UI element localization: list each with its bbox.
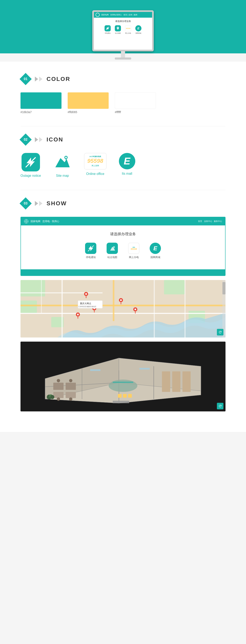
show-section-badge: 03 bbox=[20, 198, 31, 208]
kiosk-online-icon-box: 95598 bbox=[125, 25, 131, 32]
show-sitemap-icon bbox=[109, 245, 116, 252]
show-card-header: 国家电网 您用电 · 我用心 首页 业务中心 服务中心 bbox=[21, 217, 225, 226]
kiosk-mall-icon-item: E 国网商城 bbox=[135, 25, 141, 34]
color-label-white: #ffffff bbox=[115, 110, 156, 114]
floorplan-reset-button[interactable] bbox=[217, 403, 224, 409]
kiosk-online-number: 95598 bbox=[126, 28, 130, 29]
online-office-badge-top: 24小时服务热线 bbox=[89, 156, 101, 158]
kiosk-mall-label: 国网商城 bbox=[136, 32, 141, 34]
color-section-title: COLOR bbox=[46, 76, 70, 82]
kiosk-outage-label: 停电通知 bbox=[105, 32, 110, 34]
show-section-title: SHOW bbox=[46, 200, 67, 207]
kiosk-screen: 国家电网 您用电·我用心 首页 | 业务 | 服务 请选择办理业务 停电通知 bbox=[92, 10, 154, 51]
svg-rect-25 bbox=[164, 280, 185, 294]
show-online-icon-box: 24h 95598 bbox=[128, 243, 139, 254]
map-section: 重庆大网点 江津市区区领新区领先区 bbox=[20, 280, 226, 338]
show-outage-icon-box bbox=[85, 243, 96, 254]
show-outage-icon bbox=[87, 245, 94, 252]
online-office-icon-item: 24小时服务热线 95598 网上国网 Online office bbox=[84, 153, 107, 176]
color-section-arrow-group bbox=[35, 76, 42, 82]
mall-icon-box: E bbox=[119, 153, 135, 169]
svg-rect-65 bbox=[172, 371, 180, 392]
icon-section: 02 ICON Outage notice bbox=[20, 134, 226, 178]
svg-rect-78 bbox=[90, 369, 100, 371]
svg-rect-74 bbox=[118, 394, 122, 398]
kiosk-mall-icon-box: E bbox=[135, 25, 141, 32]
svg-point-43 bbox=[77, 314, 79, 315]
color-section-header: 01 COLOR bbox=[20, 74, 226, 84]
icon-section-title: ICON bbox=[46, 136, 63, 143]
arrow-icon bbox=[35, 76, 38, 82]
svg-rect-50 bbox=[223, 282, 226, 294]
show-mall-icon-box: E bbox=[150, 243, 161, 254]
color-section-num: 01 bbox=[24, 77, 27, 81]
show-map-icon-item[interactable]: 站点地图 bbox=[107, 243, 118, 259]
outage-icon-box bbox=[21, 153, 40, 172]
show-online-icon-item[interactable]: 24h 95598 网上办电 bbox=[128, 243, 139, 259]
show-mall-icon-item[interactable]: E 国网商城 bbox=[150, 243, 161, 259]
mall-letter-icon: E bbox=[124, 156, 130, 166]
show-section: 03 SHOW 国家电网 您用电 · 我用心 首页 bbox=[20, 198, 226, 412]
color-swatch-teal: #16b3a7 bbox=[20, 92, 61, 114]
svg-point-45 bbox=[134, 308, 136, 310]
kiosk-screen-header: 国家电网 您用电·我用心 首页 | 业务 | 服务 bbox=[94, 12, 152, 18]
kiosk-online-icon-item: 95598 网上办电 bbox=[125, 25, 131, 34]
svg-point-68 bbox=[69, 379, 72, 382]
icon-section-arrow-group bbox=[35, 137, 42, 142]
mall-label: Its mall bbox=[122, 172, 132, 176]
arrow-icon-6 bbox=[39, 201, 42, 206]
svg-rect-31 bbox=[61, 280, 63, 338]
svg-point-69 bbox=[57, 398, 60, 401]
svg-rect-29 bbox=[20, 313, 226, 314]
svg-text:重庆大网点: 重庆大网点 bbox=[80, 302, 91, 305]
online-office-icon-box: 24小时服务热线 95598 网上国网 bbox=[84, 153, 107, 170]
svg-rect-24 bbox=[20, 300, 37, 313]
show-mall-letter: E bbox=[153, 245, 157, 252]
mall-icon-item: E Its mall bbox=[119, 153, 135, 176]
svg-rect-76 bbox=[128, 394, 132, 398]
show-card-icons: 停电通知 站点地图 bbox=[25, 243, 221, 259]
svg-point-39 bbox=[120, 299, 122, 301]
kiosk-screen-title: 请选择办理业务 bbox=[96, 20, 150, 23]
svg-rect-79 bbox=[139, 368, 150, 370]
kiosk-screen-icons: 停电通知 站点地图 95598 bbox=[96, 25, 150, 34]
arrow-icon-3 bbox=[35, 137, 38, 142]
show-online-label: 网上办电 bbox=[129, 256, 139, 259]
kiosk-screen-body: 请选择办理业务 停电通知 bbox=[94, 18, 152, 36]
svg-rect-35 bbox=[41, 280, 42, 313]
svg-rect-66 bbox=[183, 371, 191, 392]
reset-icon bbox=[218, 330, 222, 334]
svg-rect-33 bbox=[154, 280, 155, 338]
icon-section-header: 02 ICON bbox=[20, 134, 226, 145]
map-reset-button[interactable] bbox=[217, 329, 224, 336]
kiosk-online-label: 网上办电 bbox=[125, 32, 131, 34]
kiosk-header-logo-icon bbox=[96, 13, 100, 17]
kiosk-illustration: 国家电网 您用电·我用心 首页 | 业务 | 服务 请选择办理业务 停电通知 bbox=[92, 10, 154, 60]
svg-rect-61 bbox=[53, 392, 63, 398]
divider-1 bbox=[20, 126, 226, 126]
online-office-subtitle: 网上国网 bbox=[92, 164, 99, 167]
show-card-header-slogan: 您用电 · 我用心 bbox=[42, 220, 59, 223]
kiosk-map-icon-item: 站点地图 bbox=[115, 25, 121, 34]
sitemap-icon bbox=[116, 26, 120, 30]
svg-rect-59 bbox=[53, 383, 63, 390]
kiosk-map-icon-box bbox=[115, 25, 121, 32]
sitemap-label: Site map bbox=[56, 174, 69, 178]
show-card-title: 请选择办理业务 bbox=[25, 232, 221, 236]
floorplan-svg bbox=[20, 342, 226, 412]
svg-rect-80 bbox=[113, 401, 129, 403]
kiosk-map-label: 站点地图 bbox=[115, 32, 121, 34]
svg-rect-32 bbox=[113, 280, 114, 321]
svg-point-20 bbox=[114, 247, 114, 248]
outage-notice-icon bbox=[25, 157, 36, 168]
show-outage-icon-item[interactable]: 停电通知 bbox=[85, 243, 96, 259]
color-label-yellow: #ffd065 bbox=[68, 110, 109, 114]
show-section-arrow-group bbox=[35, 201, 42, 206]
floorplan-reset-icon bbox=[218, 404, 222, 408]
svg-rect-64 bbox=[162, 371, 170, 392]
icons-row: Outage notice Site map bbox=[20, 153, 226, 178]
svg-point-63 bbox=[109, 380, 137, 392]
outage-icon bbox=[106, 26, 109, 30]
svg-point-37 bbox=[85, 293, 87, 295]
kiosk-outage-icon-box bbox=[105, 25, 111, 32]
